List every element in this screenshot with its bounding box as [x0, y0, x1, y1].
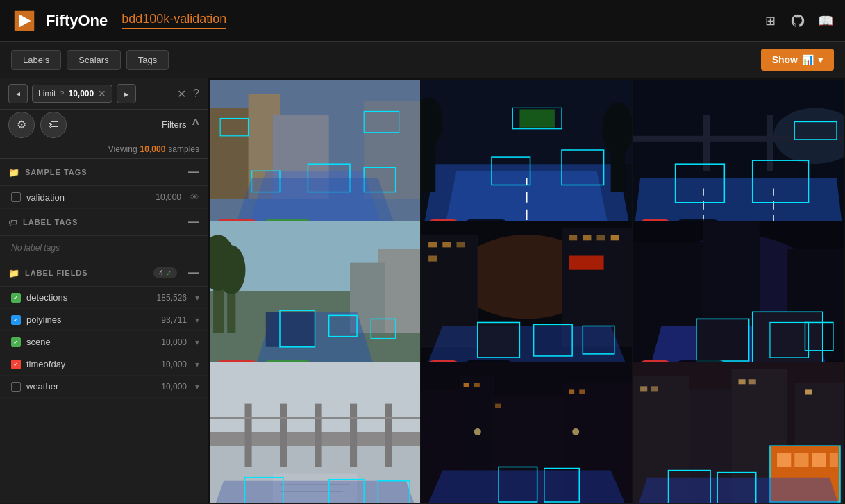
svg-point-108: [474, 428, 481, 435]
svg-rect-62: [597, 235, 605, 240]
tag-action-button[interactable]: 🏷: [40, 112, 67, 138]
svg-rect-78: [753, 312, 823, 368]
detections-checkbox[interactable]: ✓: [11, 293, 21, 303]
grid-cell-5[interactable]: night city street: [421, 221, 632, 378]
svg-rect-57: [457, 242, 465, 247]
scene-label: scene: [26, 337, 156, 347]
grid-cell-3[interactable]: night highway: [633, 80, 844, 237]
limit-area: Limit ? 10,000 ✕: [32, 85, 112, 103]
show-button[interactable]: Show 📊 ▾: [761, 49, 834, 71]
sidebar: ◂ Limit ? 10,000 ✕ ▸ ✕ ? ⚙ 🏷 Filters ^ V…: [0, 78, 208, 503]
svg-rect-63: [611, 235, 619, 240]
validation-label: validation: [26, 192, 150, 203]
svg-rect-60: [569, 235, 577, 240]
next-button[interactable]: ▸: [117, 84, 136, 103]
svg-rect-55: [428, 242, 437, 247]
polylines-arrow[interactable]: ▾: [195, 315, 199, 325]
scene-checkbox[interactable]: ✓: [11, 337, 21, 347]
filters-label: Filters: [162, 119, 186, 130]
grid-cell-8[interactable]: [421, 362, 632, 503]
svg-rect-29: [633, 136, 844, 142]
svg-rect-122: [812, 453, 826, 467]
validation-checkbox[interactable]: [11, 192, 21, 202]
svg-rect-104: [474, 383, 480, 387]
grid-cell-4[interactable]: daytime city street: [210, 221, 420, 378]
timeofday-arrow[interactable]: ▾: [195, 360, 199, 369]
collapse-sidebar-button[interactable]: ◂: [8, 84, 28, 103]
svg-point-22: [603, 102, 632, 156]
svg-rect-31: [767, 115, 773, 171]
content-area: daytime city street: [208, 78, 845, 503]
svg-rect-64: [569, 256, 604, 270]
label-tags-title: LABEL TAGS: [23, 218, 183, 226]
svg-rect-3: [210, 108, 252, 199]
svg-marker-110: [421, 471, 632, 503]
detections-label: detections: [26, 292, 151, 303]
validation-filter-row: validation 10,000 👁: [0, 186, 208, 209]
folder-icon: 📁: [8, 167, 19, 178]
dataset-name: bdd100k-validation: [122, 12, 226, 29]
visibility-icon[interactable]: 👁: [190, 192, 199, 203]
detections-arrow[interactable]: ▾: [195, 293, 199, 303]
svg-rect-76: [696, 319, 749, 361]
svg-rect-86: [280, 404, 287, 467]
svg-rect-66: [478, 322, 520, 358]
settings-action-button[interactable]: ⚙: [8, 112, 35, 138]
viewing-suffix: samples: [168, 144, 199, 154]
grid-icon[interactable]: ⊞: [762, 12, 778, 29]
svg-rect-87: [315, 404, 322, 467]
limit-value: 10,000: [68, 89, 94, 99]
close-filters-icon[interactable]: ✕: [177, 87, 186, 101]
help-filters-icon[interactable]: ?: [193, 87, 199, 100]
github-icon[interactable]: [789, 12, 806, 29]
grid-cell-2[interactable]: night highway: [421, 80, 632, 237]
badge-count: 4: [159, 269, 163, 277]
svg-rect-123: [830, 453, 838, 467]
header: FiftyOne bdd100k-validation ⊞ 📖: [0, 0, 845, 42]
tag-icon: 🏷: [8, 217, 17, 228]
weather-arrow[interactable]: ▾: [195, 382, 199, 392]
polylines-checkbox[interactable]: ✓: [11, 315, 21, 325]
scene-arrow[interactable]: ▾: [195, 337, 199, 347]
weather-count: 10,000: [161, 382, 187, 392]
clear-limit-icon[interactable]: ✕: [98, 88, 106, 99]
svg-rect-47: [266, 312, 315, 347]
sample-tags-section-header: 📁 SAMPLE TAGS —: [0, 159, 208, 186]
image-grid: daytime city street: [208, 78, 845, 503]
timeofday-checkbox[interactable]: ✓: [11, 360, 21, 369]
fields-icon: 📁: [8, 268, 19, 278]
svg-rect-106: [569, 389, 574, 394]
tags-button[interactable]: Tags: [126, 50, 169, 70]
weather-row: weather 10,000 ▾: [0, 376, 208, 398]
weather-checkbox[interactable]: [11, 382, 21, 392]
help-icon[interactable]: ?: [60, 90, 64, 98]
svg-point-109: [572, 428, 579, 435]
viewing-count: 10,000: [140, 144, 166, 154]
svg-rect-121: [794, 453, 808, 467]
collapse-filters-icon[interactable]: ^: [192, 117, 199, 132]
check-icon: ✓: [166, 269, 171, 277]
svg-rect-131: [805, 389, 812, 394]
scalars-button[interactable]: Scalars: [67, 50, 120, 70]
grid-cell-1[interactable]: daytime city street: [210, 80, 420, 237]
grid-cell-7[interactable]: [210, 362, 420, 503]
labels-button[interactable]: Labels: [11, 50, 61, 70]
svg-rect-88: [350, 404, 357, 467]
collapse-label-tags-icon[interactable]: —: [188, 216, 199, 228]
svg-rect-130: [749, 379, 756, 384]
app-name: FiftyOne: [46, 12, 108, 30]
logo-icon: [11, 8, 37, 34]
collapse-sample-tags-icon[interactable]: —: [188, 166, 199, 178]
sample-tags-title: SAMPLE TAGS: [25, 168, 183, 176]
validation-count: 10,000: [156, 192, 181, 202]
grid-cell-6[interactable]: night city street: [633, 221, 844, 378]
show-label: Show: [772, 54, 798, 65]
grid-cell-9[interactable]: CSDN @jcrszxc: [633, 362, 844, 503]
viewing-info: Viewing 10,000 samples: [0, 140, 208, 159]
limit-label: Limit: [38, 89, 56, 99]
collapse-label-fields-icon[interactable]: —: [188, 267, 199, 279]
toolbar: Labels Scalars Tags Show 📊 ▾: [0, 42, 845, 78]
book-icon[interactable]: 📖: [817, 12, 834, 29]
timeofday-label: timeofday: [26, 359, 156, 369]
svg-rect-107: [579, 389, 585, 394]
